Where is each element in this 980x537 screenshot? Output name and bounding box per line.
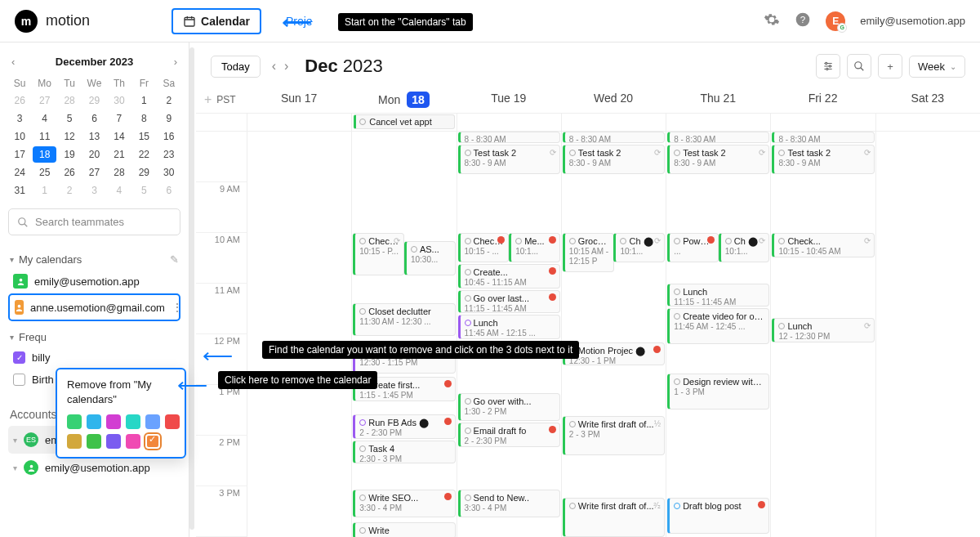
my-calendars-header[interactable]: ▾ My calendars ✎ [8, 250, 180, 269]
mini-day[interactable]: 6 [158, 182, 180, 199]
mini-day[interactable]: 4 [108, 182, 131, 199]
day-header[interactable]: Fri 22 [770, 92, 875, 108]
calendar-event[interactable]: 8 - 8:30 AM [667, 132, 769, 143]
color-swatch[interactable] [145, 414, 160, 429]
mini-day[interactable]: 15 [132, 128, 155, 145]
calendar-event[interactable]: Me...10:1... [509, 233, 560, 262]
calendar-event[interactable]: 8 - 8:30 AM [563, 132, 665, 143]
calendar-event[interactable]: Write first draft of...2 - 3 PM½ [563, 416, 665, 455]
mini-day[interactable]: 2 [58, 182, 81, 199]
frequent-header[interactable]: ▾ Frequ [8, 328, 180, 347]
mini-day[interactable]: 24 [8, 164, 31, 181]
frequent-row[interactable]: billy [8, 347, 180, 369]
mini-day[interactable]: 27 [33, 92, 56, 109]
mini-day[interactable]: 16 [158, 128, 180, 145]
day-column[interactable]: 8 - 8:30 AMTest task 28:30 - 9 AM⟳Check.… [770, 132, 875, 537]
mini-day[interactable]: 29 [132, 164, 155, 181]
color-swatch[interactable] [126, 414, 140, 429]
mini-day[interactable]: 5 [132, 182, 155, 199]
settings-sliders-icon[interactable] [816, 54, 840, 78]
day-header[interactable]: Sat 23 [875, 92, 980, 108]
color-swatch[interactable] [165, 414, 180, 429]
calendar-event[interactable]: Design review with team1 - 3 PM [667, 374, 769, 409]
calendar-event[interactable]: Closet declutter11:30 AM - 12:30 ... [353, 303, 455, 336]
allday-event[interactable]: Cancel vet appt [354, 114, 454, 129]
day-header[interactable]: Sun 17 [247, 92, 351, 108]
mini-day[interactable]: 21 [108, 146, 131, 163]
add-allday-icon[interactable]: + [204, 92, 212, 107]
mini-day[interactable]: 30 [108, 92, 131, 109]
day-column[interactable] [247, 132, 351, 537]
tab-calendar[interactable]: Calendar [172, 8, 261, 34]
calendar-event[interactable]: Send to New..3:30 - 4 PM [458, 490, 560, 517]
day-header[interactable]: Mon 18 [351, 92, 456, 108]
day-header[interactable]: Thu 21 [666, 92, 770, 108]
prev-week-button[interactable]: ‹ [269, 56, 279, 77]
mini-day[interactable]: 26 [8, 92, 31, 109]
day-column[interactable]: 8 - 8:30 AMTest task 28:30 - 9 AM⟳Power … [666, 132, 770, 537]
mini-calendar[interactable]: SuMoTuWeThFrSa26272829301234567891011121… [8, 76, 180, 199]
calendar-event[interactable]: Test task 28:30 - 9 AM⟳ [563, 145, 665, 174]
add-event-button[interactable]: + [878, 54, 902, 78]
calendar-menu-icon[interactable]: ⋮ [172, 301, 183, 314]
calendar-event[interactable]: Test task 28:30 - 9 AM⟳ [667, 145, 769, 174]
help-icon[interactable]: ? [795, 11, 811, 30]
calendar-event[interactable]: 8 - 8:30 AM [458, 132, 560, 143]
scrollbar[interactable] [189, 47, 194, 530]
today-button[interactable]: Today [211, 56, 261, 78]
mini-day[interactable]: 7 [108, 110, 131, 127]
calendar-event[interactable]: Grocery shopping10:15 AM - 12:15 P [563, 233, 614, 272]
mini-day[interactable]: 6 [82, 110, 105, 127]
calendar-event[interactable]: Write first draft of...²⁄₂ [563, 498, 665, 537]
calendar-event[interactable]: Create...10:45 - 11:15 AM [458, 264, 560, 289]
mini-day[interactable]: 1 [33, 182, 56, 199]
calendar-event[interactable]: AS...10:30... [404, 241, 456, 275]
mini-day[interactable]: 5 [58, 110, 81, 127]
day-column[interactable]: 8 - 8:30 AMTest task 28:30 - 9 AM⟳Grocer… [561, 132, 666, 537]
mini-day[interactable]: 30 [158, 164, 180, 181]
calendar-event[interactable]: Lunch11:15 - 11:45 AM [667, 284, 769, 307]
color-swatch[interactable] [87, 434, 101, 449]
calendar-event[interactable]: Lunch12 - 12:30 PM⟳ [772, 318, 874, 342]
mini-day[interactable]: 3 [8, 110, 31, 127]
calendar-event[interactable]: Email draft fo2 - 2:30 PM [458, 423, 560, 447]
mini-day[interactable]: 13 [82, 128, 105, 145]
calendar-event[interactable]: Test task 28:30 - 9 AM⟳ [772, 145, 874, 174]
day-header[interactable]: Tue 19 [457, 92, 561, 108]
calendar-event[interactable]: Ch ⬤10:1...⟳ [719, 233, 770, 262]
mini-day[interactable]: 28 [58, 92, 81, 109]
mini-prev-month[interactable]: ‹ [8, 54, 18, 69]
day-column[interactable] [875, 132, 980, 537]
calendar-event[interactable]: Check...10:15 - P...⟳ [353, 233, 404, 275]
calendar-event[interactable]: 8 - 8:30 AM [772, 132, 874, 143]
search-input[interactable]: Search teammates [8, 208, 180, 235]
mini-day[interactable]: 18 [33, 146, 56, 163]
mini-day[interactable]: 19 [58, 146, 81, 163]
day-column[interactable]: Check...10:15 - P...⟳AS...10:30...Closet… [351, 132, 456, 537]
user-avatar[interactable]: E [826, 11, 845, 31]
mini-day[interactable]: 10 [8, 128, 31, 145]
mini-day[interactable]: 9 [158, 110, 180, 127]
mini-day[interactable]: 23 [158, 146, 180, 163]
mini-day[interactable]: 14 [108, 128, 131, 145]
calendar-event[interactable]: Write SEO...3:30 - 4 PM [353, 490, 455, 517]
mini-day[interactable]: 25 [33, 164, 56, 181]
mini-day[interactable]: 8 [132, 110, 155, 127]
checkbox[interactable] [13, 351, 25, 364]
color-swatch[interactable] [126, 434, 140, 449]
calendar-row[interactable]: emily@usemotion.app [8, 269, 180, 293]
calendar-row[interactable]: anne.usemotion@gmail.com⋮ [8, 293, 180, 321]
calendar-event[interactable]: Task 42:30 - 3 PM [353, 441, 455, 463]
mini-day[interactable]: 2 [158, 92, 180, 109]
color-swatch[interactable] [87, 414, 101, 429]
calendar-event[interactable]: Create video for onboarding11:45 AM - 12… [667, 308, 769, 344]
calendar-event[interactable]: Write [353, 522, 455, 537]
color-swatch[interactable] [67, 434, 82, 449]
search-button[interactable] [847, 54, 871, 78]
calendar-event[interactable]: Go over last...11:15 - 11:45 AM [458, 290, 560, 313]
mini-day[interactable]: 11 [33, 128, 56, 145]
mini-day[interactable]: 22 [132, 146, 155, 163]
calendar-event[interactable]: Power t Prese...... [667, 233, 719, 262]
color-swatch[interactable] [106, 434, 121, 449]
color-swatch[interactable] [145, 434, 160, 449]
